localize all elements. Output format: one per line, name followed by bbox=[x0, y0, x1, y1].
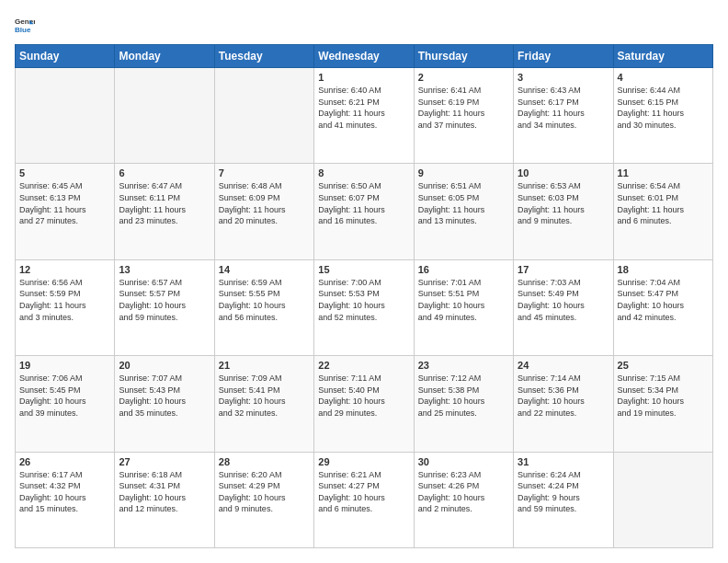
weekday-header: Thursday bbox=[414, 45, 513, 68]
calendar-cell: 23Sunrise: 7:12 AM Sunset: 5:38 PM Dayli… bbox=[414, 356, 513, 452]
day-info: Sunrise: 6:40 AM Sunset: 6:21 PM Dayligh… bbox=[318, 85, 409, 131]
day-number: 3 bbox=[518, 72, 609, 83]
day-number: 18 bbox=[618, 264, 709, 275]
calendar-week-row: 12Sunrise: 6:56 AM Sunset: 5:59 PM Dayli… bbox=[16, 259, 713, 355]
calendar-header-row: SundayMondayTuesdayWednesdayThursdayFrid… bbox=[16, 45, 713, 68]
calendar-cell: 20Sunrise: 7:07 AM Sunset: 5:43 PM Dayli… bbox=[115, 356, 214, 452]
day-info: Sunrise: 6:47 AM Sunset: 6:11 PM Dayligh… bbox=[119, 180, 210, 226]
calendar-cell: 26Sunrise: 6:17 AM Sunset: 4:32 PM Dayli… bbox=[16, 452, 115, 547]
day-info: Sunrise: 6:56 AM Sunset: 5:59 PM Dayligh… bbox=[19, 277, 110, 323]
day-number: 7 bbox=[219, 167, 310, 178]
calendar-cell bbox=[613, 452, 712, 547]
day-number: 15 bbox=[318, 264, 409, 275]
weekday-header: Monday bbox=[115, 45, 214, 68]
calendar-cell: 1Sunrise: 6:40 AM Sunset: 6:21 PM Daylig… bbox=[314, 68, 414, 164]
calendar-cell: 31Sunrise: 6:24 AM Sunset: 4:24 PM Dayli… bbox=[514, 452, 613, 547]
weekday-header: Saturday bbox=[613, 45, 712, 68]
day-number: 16 bbox=[418, 264, 509, 275]
calendar-cell: 14Sunrise: 6:59 AM Sunset: 5:55 PM Dayli… bbox=[214, 259, 313, 355]
day-number: 24 bbox=[518, 360, 609, 371]
day-number: 8 bbox=[318, 167, 409, 178]
calendar-cell: 29Sunrise: 6:21 AM Sunset: 4:27 PM Dayli… bbox=[314, 452, 414, 547]
day-number: 10 bbox=[518, 167, 609, 178]
weekday-header: Tuesday bbox=[214, 45, 313, 68]
weekday-header: Sunday bbox=[16, 45, 115, 68]
calendar-cell: 24Sunrise: 7:14 AM Sunset: 5:36 PM Dayli… bbox=[514, 356, 613, 452]
logo-icon: General Blue bbox=[15, 15, 35, 35]
calendar-cell: 15Sunrise: 7:00 AM Sunset: 5:53 PM Dayli… bbox=[314, 259, 414, 355]
day-info: Sunrise: 7:00 AM Sunset: 5:53 PM Dayligh… bbox=[318, 277, 409, 323]
calendar-cell bbox=[214, 68, 313, 164]
day-info: Sunrise: 6:23 AM Sunset: 4:26 PM Dayligh… bbox=[418, 469, 509, 515]
day-info: Sunrise: 7:01 AM Sunset: 5:51 PM Dayligh… bbox=[418, 277, 509, 323]
day-info: Sunrise: 6:50 AM Sunset: 6:07 PM Dayligh… bbox=[318, 180, 409, 226]
day-number: 26 bbox=[19, 456, 110, 467]
calendar-cell: 30Sunrise: 6:23 AM Sunset: 4:26 PM Dayli… bbox=[414, 452, 513, 547]
day-number: 2 bbox=[418, 72, 509, 83]
calendar-cell: 17Sunrise: 7:03 AM Sunset: 5:49 PM Dayli… bbox=[514, 259, 613, 355]
day-info: Sunrise: 6:48 AM Sunset: 6:09 PM Dayligh… bbox=[219, 180, 310, 226]
calendar-week-row: 26Sunrise: 6:17 AM Sunset: 4:32 PM Dayli… bbox=[16, 452, 713, 547]
day-number: 9 bbox=[418, 167, 509, 178]
calendar-cell: 7Sunrise: 6:48 AM Sunset: 6:09 PM Daylig… bbox=[214, 164, 313, 259]
day-number: 27 bbox=[119, 456, 210, 467]
calendar-cell: 18Sunrise: 7:04 AM Sunset: 5:47 PM Dayli… bbox=[613, 259, 712, 355]
day-info: Sunrise: 6:43 AM Sunset: 6:17 PM Dayligh… bbox=[518, 85, 609, 131]
calendar-week-row: 5Sunrise: 6:45 AM Sunset: 6:13 PM Daylig… bbox=[16, 164, 713, 259]
weekday-header: Friday bbox=[514, 45, 613, 68]
calendar-cell: 21Sunrise: 7:09 AM Sunset: 5:41 PM Dayli… bbox=[214, 356, 313, 452]
day-info: Sunrise: 7:03 AM Sunset: 5:49 PM Dayligh… bbox=[518, 277, 609, 323]
calendar-cell: 11Sunrise: 6:54 AM Sunset: 6:01 PM Dayli… bbox=[613, 164, 712, 259]
day-number: 23 bbox=[418, 360, 509, 371]
day-number: 25 bbox=[618, 360, 709, 371]
day-number: 21 bbox=[219, 360, 310, 371]
day-info: Sunrise: 7:11 AM Sunset: 5:40 PM Dayligh… bbox=[318, 373, 409, 419]
day-number: 19 bbox=[19, 360, 110, 371]
day-number: 17 bbox=[518, 264, 609, 275]
day-info: Sunrise: 6:57 AM Sunset: 5:57 PM Dayligh… bbox=[119, 277, 210, 323]
day-number: 28 bbox=[219, 456, 310, 467]
weekday-header: Wednesday bbox=[314, 45, 414, 68]
day-info: Sunrise: 6:51 AM Sunset: 6:05 PM Dayligh… bbox=[418, 180, 509, 226]
day-info: Sunrise: 6:17 AM Sunset: 4:32 PM Dayligh… bbox=[19, 469, 110, 515]
day-number: 22 bbox=[318, 360, 409, 371]
calendar-cell: 4Sunrise: 6:44 AM Sunset: 6:15 PM Daylig… bbox=[613, 68, 712, 164]
svg-text:Blue: Blue bbox=[15, 26, 31, 34]
header: General Blue bbox=[15, 15, 713, 35]
calendar-week-row: 19Sunrise: 7:06 AM Sunset: 5:45 PM Dayli… bbox=[16, 356, 713, 452]
day-info: Sunrise: 6:44 AM Sunset: 6:15 PM Dayligh… bbox=[618, 85, 709, 131]
calendar-week-row: 1Sunrise: 6:40 AM Sunset: 6:21 PM Daylig… bbox=[16, 68, 713, 164]
day-info: Sunrise: 7:14 AM Sunset: 5:36 PM Dayligh… bbox=[518, 373, 609, 419]
day-info: Sunrise: 6:18 AM Sunset: 4:31 PM Dayligh… bbox=[119, 469, 210, 515]
day-info: Sunrise: 6:54 AM Sunset: 6:01 PM Dayligh… bbox=[618, 180, 709, 226]
day-number: 5 bbox=[19, 167, 110, 178]
calendar-cell bbox=[115, 68, 214, 164]
day-info: Sunrise: 6:21 AM Sunset: 4:27 PM Dayligh… bbox=[318, 469, 409, 515]
calendar-cell: 25Sunrise: 7:15 AM Sunset: 5:34 PM Dayli… bbox=[613, 356, 712, 452]
day-info: Sunrise: 6:59 AM Sunset: 5:55 PM Dayligh… bbox=[219, 277, 310, 323]
day-number: 12 bbox=[19, 264, 110, 275]
day-info: Sunrise: 7:04 AM Sunset: 5:47 PM Dayligh… bbox=[618, 277, 709, 323]
svg-text:General: General bbox=[15, 17, 35, 26]
day-number: 13 bbox=[119, 264, 210, 275]
day-info: Sunrise: 7:12 AM Sunset: 5:38 PM Dayligh… bbox=[418, 373, 509, 419]
day-info: Sunrise: 6:45 AM Sunset: 6:13 PM Dayligh… bbox=[19, 180, 110, 226]
day-number: 31 bbox=[518, 456, 609, 467]
calendar-cell: 12Sunrise: 6:56 AM Sunset: 5:59 PM Dayli… bbox=[16, 259, 115, 355]
day-number: 29 bbox=[318, 456, 409, 467]
day-info: Sunrise: 6:20 AM Sunset: 4:29 PM Dayligh… bbox=[219, 469, 310, 515]
logo: General Blue bbox=[15, 15, 39, 35]
calendar-cell: 13Sunrise: 6:57 AM Sunset: 5:57 PM Dayli… bbox=[115, 259, 214, 355]
calendar-cell: 19Sunrise: 7:06 AM Sunset: 5:45 PM Dayli… bbox=[16, 356, 115, 452]
calendar-cell: 28Sunrise: 6:20 AM Sunset: 4:29 PM Dayli… bbox=[214, 452, 313, 547]
day-number: 11 bbox=[618, 167, 709, 178]
calendar-cell: 3Sunrise: 6:43 AM Sunset: 6:17 PM Daylig… bbox=[514, 68, 613, 164]
day-number: 20 bbox=[119, 360, 210, 371]
day-number: 30 bbox=[418, 456, 509, 467]
calendar-cell: 27Sunrise: 6:18 AM Sunset: 4:31 PM Dayli… bbox=[115, 452, 214, 547]
day-number: 6 bbox=[119, 167, 210, 178]
day-number: 14 bbox=[219, 264, 310, 275]
calendar-cell: 6Sunrise: 6:47 AM Sunset: 6:11 PM Daylig… bbox=[115, 164, 214, 259]
day-info: Sunrise: 6:41 AM Sunset: 6:19 PM Dayligh… bbox=[418, 85, 509, 131]
calendar-cell bbox=[16, 68, 115, 164]
